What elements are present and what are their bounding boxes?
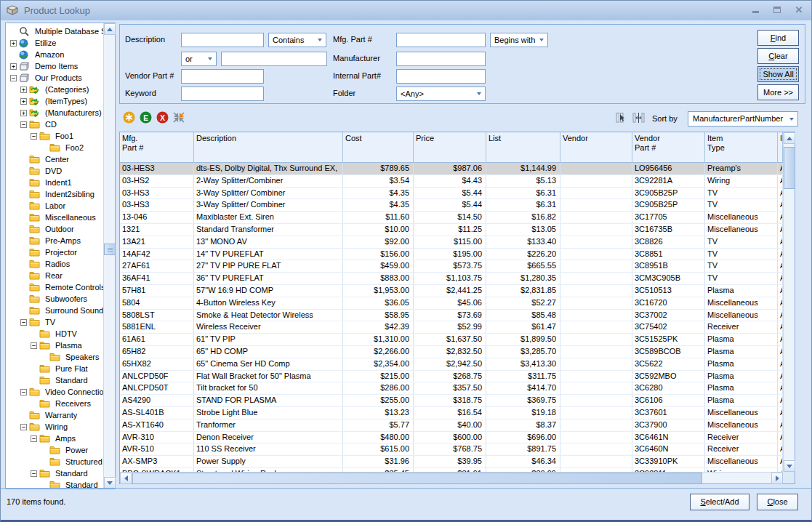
tree-item[interactable]: −Amps xyxy=(6,433,103,444)
grid-row[interactable]: 5881ENLWireless Receiver$42.39$52.99$61.… xyxy=(120,321,783,334)
tree-item[interactable]: +Etilize xyxy=(6,37,103,49)
grid-row[interactable]: AS-SL401BStrobe Light Blue$13.23$16.54$1… xyxy=(120,407,783,419)
expand-icon[interactable]: + xyxy=(10,40,17,47)
select-add-button[interactable]: Select/Add xyxy=(690,494,749,510)
tree-item[interactable]: Indent2sibling xyxy=(6,188,103,200)
collapse-icon[interactable]: − xyxy=(20,424,27,430)
find-button[interactable]: Find xyxy=(757,30,799,46)
collapse-icon[interactable]: − xyxy=(20,121,27,128)
titlebar[interactable]: Product Lookup ✕ xyxy=(1,1,811,20)
grid-row[interactable]: 65H8265" HD COMP$2,266.00$2,832.50$3,285… xyxy=(120,346,783,358)
scroll-up-button[interactable] xyxy=(784,132,795,144)
tree-item[interactable]: Amazon xyxy=(6,49,103,60)
column-header[interactable]: Item Type xyxy=(705,132,778,162)
tree-item[interactable]: −Foo1 xyxy=(6,130,103,142)
column-header[interactable]: Vendor xyxy=(560,132,632,162)
tree-item[interactable]: Remote Controls xyxy=(6,281,103,293)
tree-item[interactable]: Center xyxy=(6,153,103,165)
tree-item[interactable]: Foo2 xyxy=(6,142,103,153)
tree-item[interactable]: Radios xyxy=(6,258,103,270)
column-header[interactable]: Description xyxy=(194,132,343,162)
star-badge-icon[interactable] xyxy=(122,111,135,124)
x-badge-icon[interactable]: X xyxy=(156,111,169,124)
show-all-button[interactable]: Show All xyxy=(757,66,799,82)
tree-scrollbar[interactable] xyxy=(103,23,115,489)
scroll-down-button[interactable] xyxy=(104,477,116,489)
folder-select[interactable]: <Any> xyxy=(396,87,486,101)
scroll-right-button[interactable] xyxy=(771,473,783,484)
grid-row[interactable]: AVR-310Denon Receiver$480.00$600.00$696.… xyxy=(120,432,783,444)
tree-item[interactable]: Miscellaneous xyxy=(6,212,103,223)
grid-row[interactable]: 03-HS33-Way Splitter/ Combiner$4.35$5.44… xyxy=(120,199,783,212)
grid-row[interactable]: 13-046Maxiblaster Ext. Siren$11.60$14.50… xyxy=(120,212,783,224)
clear-button[interactable]: Clear xyxy=(757,48,799,64)
grid-row[interactable]: 27AF6127" TV PIP PURE FLAT$459.00$573.75… xyxy=(120,260,783,273)
grid-row[interactable]: 03-HS33-Way Splitter/ Combiner$4.35$5.44… xyxy=(120,188,783,200)
collapse-icon[interactable]: − xyxy=(20,319,27,326)
tree-item[interactable]: Structured W xyxy=(6,456,103,467)
mfg-part-match-select[interactable]: Begins with xyxy=(490,33,548,47)
collapse-icon[interactable]: − xyxy=(31,435,37,442)
tree-item[interactable]: Speakers xyxy=(6,351,103,363)
scroll-up-button[interactable] xyxy=(104,23,116,35)
tree-item[interactable]: Warranty xyxy=(6,409,103,421)
tree-item[interactable]: −Standard xyxy=(6,467,103,479)
grid-vscroll-thumb[interactable] xyxy=(784,147,795,189)
vendor-part-input[interactable] xyxy=(181,69,264,84)
tree-item[interactable]: +(Categories) xyxy=(6,84,103,95)
expand-icon[interactable]: + xyxy=(20,110,27,116)
grid-row[interactable]: 65HX8265" Cinema Ser HD Comp$2,354.00$2,… xyxy=(120,358,783,371)
grid-row[interactable]: ANLCPD50FFlat Wall Bracket for 50" Plasm… xyxy=(120,371,783,383)
tree-item[interactable]: Indent1 xyxy=(6,177,103,188)
tree-item[interactable]: Rear xyxy=(6,270,103,281)
manufacturer-input[interactable] xyxy=(396,52,486,66)
keyword-input[interactable] xyxy=(181,87,264,101)
minimize-button[interactable] xyxy=(750,4,760,15)
tree-item[interactable]: +(Manufacturers) xyxy=(6,107,103,119)
column-fit-icon[interactable] xyxy=(632,112,645,124)
grid-row[interactable]: 1321Standard Transformer$10.00$11.25$13.… xyxy=(120,224,783,236)
column-header[interactable]: I xyxy=(778,132,783,162)
grid-row[interactable]: 58044-Button Wireless Key$36.05$45.06$52… xyxy=(120,297,783,310)
grid-row[interactable]: AS-XT1640Tranformer$5.77$40.00$8.373C379… xyxy=(120,419,783,432)
maximize-button[interactable] xyxy=(772,4,782,15)
description-input[interactable] xyxy=(181,33,264,47)
collapse-icon[interactable]: − xyxy=(10,75,17,81)
tree-item[interactable]: −Video Connection xyxy=(6,386,103,398)
internal-part-input[interactable] xyxy=(396,69,486,84)
close-button[interactable]: ✕ xyxy=(794,4,804,15)
grid-row[interactable]: 13A2113" MONO AV$92.00$115.00$133.403C88… xyxy=(120,236,783,249)
expand-icon[interactable]: + xyxy=(20,98,27,105)
tree-item[interactable]: Pre-Amps xyxy=(6,235,103,246)
tree-item[interactable]: DVD xyxy=(6,165,103,177)
grid-row[interactable]: 03-HS22-Way Splitter/Combiner$3.54$4.43$… xyxy=(120,175,783,188)
tree-item[interactable]: Surround Sound xyxy=(6,305,103,316)
tree-item[interactable]: −Plasma xyxy=(6,340,103,351)
grid-hscroll-thumb[interactable] xyxy=(132,473,702,484)
grid-row[interactable]: 5808LSTSmoke & Heat Detector Wireless$58… xyxy=(120,310,783,322)
collapse-icon[interactable]: − xyxy=(31,133,37,140)
tree-item[interactable]: Projector xyxy=(6,246,103,258)
expand-icon[interactable]: + xyxy=(20,87,27,93)
column-header[interactable]: Cost xyxy=(343,132,414,162)
collapse-icon[interactable]: − xyxy=(31,342,37,349)
tree-item[interactable]: +Demo Items xyxy=(6,60,103,72)
tree-item[interactable]: Labor xyxy=(6,200,103,212)
description-match-select[interactable]: Contains xyxy=(268,33,326,47)
column-header[interactable]: List xyxy=(486,132,560,162)
tree-item[interactable]: +(ItemTypes) xyxy=(6,95,103,107)
tree-item[interactable]: Power xyxy=(6,444,103,456)
expand-icon[interactable]: + xyxy=(10,63,17,70)
tree-item[interactable]: Subwoofers xyxy=(6,293,103,305)
grid-row[interactable]: 03-HES3dts-ES, Dolby Digital, Thx Surrou… xyxy=(120,163,783,175)
tree-item[interactable]: Pure Flat xyxy=(6,363,103,374)
tree-item[interactable]: −Wiring xyxy=(6,421,103,433)
sort-by-select[interactable]: ManufacturerPartNumber xyxy=(688,111,798,127)
grid-row[interactable]: 36AF4136" TV PUREFLAT$883.00$1,103.75$1,… xyxy=(120,273,783,285)
grid-row[interactable]: ANLCPD50TTilt bracket for 50$286.00$357.… xyxy=(120,382,783,395)
tree-item[interactable]: −Our Products xyxy=(6,72,103,84)
scroll-left-button[interactable] xyxy=(120,473,132,484)
column-select-icon[interactable] xyxy=(616,112,628,124)
collapse-icon[interactable]: − xyxy=(20,389,27,395)
grid-row[interactable]: AVR-510110 SS Receiver$615.00$768.75$891… xyxy=(120,443,783,456)
